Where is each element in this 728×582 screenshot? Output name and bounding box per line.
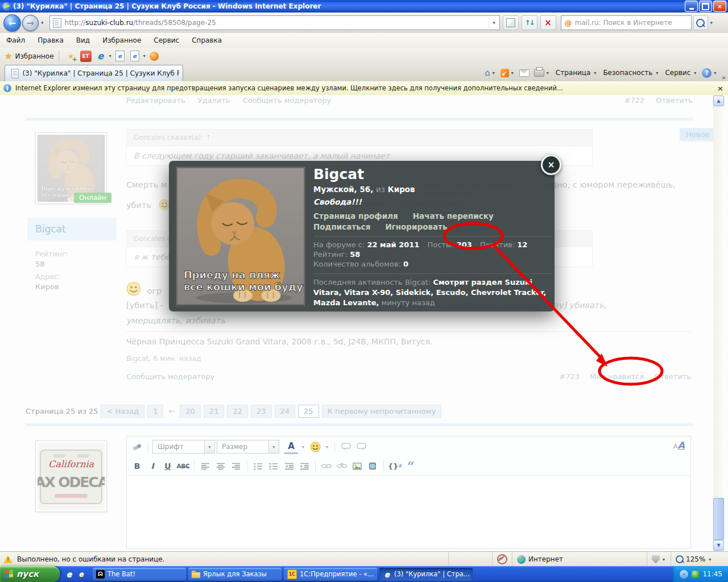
card-close-button[interactable]: × <box>541 155 561 175</box>
address-dropdown[interactable]: ▾ <box>489 17 499 28</box>
taskbar-item-folder[interactable]: Ярлык для Заказы <box>188 568 282 581</box>
username[interactable]: Bigcat <box>35 223 66 235</box>
tray-chevron-icon[interactable]: ‹ <box>680 570 688 579</box>
unquote-bubble-icon[interactable] <box>354 440 368 453</box>
taskbar-item-ie-active[interactable]: e (3) "Курилка" | Стра... <box>379 568 473 581</box>
help-button[interactable]: ?▾ <box>700 64 719 81</box>
page-button-20[interactable]: 20 <box>180 405 201 418</box>
taskbar-item-1c[interactable]: 1С 1С:Предприятие - «... <box>284 568 377 581</box>
forward-button[interactable]: → <box>22 15 39 31</box>
caret-icon[interactable]: ▾ <box>324 440 330 453</box>
page-button-21[interactable]: 21 <box>204 405 225 418</box>
insert-code-icon[interactable]: {}# <box>388 460 402 472</box>
outdent-icon[interactable] <box>282 460 296 472</box>
underline-icon[interactable]: U <box>161 460 175 472</box>
webslice2-icon[interactable]: e <box>130 51 139 61</box>
scroll-down-button[interactable]: ▼ <box>713 540 724 551</box>
home-button[interactable]: ⌂▾ <box>482 64 498 81</box>
feed-shortcut-icon[interactable] <box>150 52 159 61</box>
vertical-scrollbar[interactable]: ▲ ▼ <box>713 95 723 551</box>
safety-menu[interactable]: Безопасность▾ <box>599 64 661 81</box>
current-user-avatar[interactable] <box>35 440 107 512</box>
report-link[interactable]: Сообщить модератору <box>126 372 215 381</box>
webslice-icon[interactable]: e <box>115 51 125 61</box>
unlink-icon[interactable] <box>335 460 349 472</box>
quicklaunch-ie-icon[interactable]: e <box>64 569 74 579</box>
indent-icon[interactable] <box>297 460 311 472</box>
taskbar-item-thebat[interactable]: ᗣ The Bat! <box>93 568 186 581</box>
print-button[interactable]: ▾ <box>532 64 552 81</box>
page-button-25-current[interactable]: 25 <box>298 405 319 418</box>
quote-bubble-icon[interactable] <box>339 440 353 453</box>
member-photo[interactable] <box>176 167 305 307</box>
reply-link[interactable]: Ответить <box>656 96 693 105</box>
menu-view[interactable]: Вид <box>70 34 96 47</box>
align-center-icon[interactable] <box>214 460 228 472</box>
page-button-23[interactable]: 23 <box>251 405 272 418</box>
add-favorite-icon[interactable]: ★ <box>65 51 77 62</box>
italic-icon[interactable]: I <box>146 460 159 472</box>
edit-link[interactable]: Редактировать <box>126 96 185 105</box>
prev-page-button[interactable]: < Назад <box>101 405 144 418</box>
reply-link[interactable]: Ответить <box>654 372 691 381</box>
dropdown-caret-icon[interactable]: ▾ <box>109 53 111 59</box>
profile-page-link[interactable]: Страница профиля <box>313 211 398 221</box>
start-conversation-link[interactable]: Начать переписку <box>413 211 494 221</box>
scrollbar-thumb[interactable] <box>713 498 724 540</box>
menu-file[interactable]: Файл <box>0 34 31 47</box>
report-link[interactable]: Сообщить модератору <box>243 96 332 105</box>
protected-mode-pane[interactable]: ▾ <box>647 552 671 567</box>
feeds-button[interactable]: ▾ <box>498 64 517 81</box>
delete-link[interactable]: Удалить <box>198 96 230 105</box>
back-button[interactable]: ← <box>3 14 21 32</box>
menu-favorites[interactable]: Избранное <box>96 34 147 47</box>
tray-app-icon[interactable] <box>692 571 699 578</box>
ie-shortcut-icon[interactable]: e <box>95 51 106 62</box>
remove-format-icon[interactable] <box>130 440 144 453</box>
first-unread-button[interactable]: К первому непрочитанному <box>322 405 442 418</box>
favorites-button[interactable]: Избранное <box>15 52 53 60</box>
search-input[interactable]: @ mail.ru: Поиск в Интернете <box>561 15 692 30</box>
search-button[interactable] <box>693 15 708 30</box>
page-button-24[interactable]: 24 <box>275 405 296 418</box>
smilies-icon[interactable] <box>308 440 322 453</box>
close-button[interactable]: × <box>713 1 726 12</box>
tools-menu[interactable]: Сервис▾ <box>661 64 700 81</box>
reply-editor[interactable]: AA Шрифт▾ Размер▾ A ▾ ▾ B I U ABC <box>126 436 691 548</box>
compatibility-button[interactable] <box>503 15 519 30</box>
quote-header[interactable]: Goncales сказал(а): ↑ <box>127 130 592 146</box>
bullet-list-icon[interactable] <box>251 460 265 472</box>
suggested-sites-icon[interactable]: ET <box>80 51 92 62</box>
caret-icon[interactable]: ▾ <box>300 440 307 453</box>
address-bar[interactable]: http://suzuki-club.ru/threads/58508/page… <box>49 15 500 30</box>
page-menu[interactable]: Страница▾ <box>552 64 600 81</box>
insert-image-icon[interactable] <box>350 460 364 472</box>
history-dropdown[interactable]: ▾ <box>41 20 44 26</box>
quote-up-arrow-icon[interactable]: ↑ <box>205 134 211 142</box>
insert-link-icon[interactable] <box>320 460 333 472</box>
ignore-link[interactable]: Игнорировать <box>385 222 447 231</box>
more-commands-icon[interactable]: » <box>719 74 728 81</box>
username-strip[interactable]: Bigcat <box>27 218 117 240</box>
menu-edit[interactable]: Правка <box>31 34 70 47</box>
maximize-button[interactable] <box>699 1 712 12</box>
stop-button[interactable]: × <box>540 15 556 30</box>
minimize-button[interactable] <box>685 1 698 12</box>
insert-media-icon[interactable] <box>366 460 379 472</box>
quicklaunch-ie2-icon[interactable]: e <box>76 569 86 579</box>
page-button-22[interactable]: 22 <box>227 405 248 418</box>
strikethrough-icon[interactable]: ABC <box>176 460 190 472</box>
page-button-1[interactable]: 1 <box>147 405 163 418</box>
information-bar[interactable]: i Internet Explorer изменил эту страницу… <box>0 81 728 95</box>
search-options-dropdown[interactable]: ▾ <box>710 20 713 26</box>
menu-tools[interactable]: Сервис <box>147 34 185 47</box>
follow-link[interactable]: Подписаться <box>313 222 370 231</box>
bold-icon[interactable]: B <box>130 460 144 472</box>
numbered-list-icon[interactable] <box>267 460 280 472</box>
text-color-icon[interactable]: A <box>284 440 298 454</box>
zoom-control[interactable]: 125% ▾ <box>671 552 728 567</box>
scroll-up-button[interactable]: ▲ <box>713 95 724 106</box>
font-size-select[interactable]: Размер▾ <box>217 440 279 454</box>
refresh-button[interactable]: ↑↓ <box>522 15 537 30</box>
start-button[interactable]: пуск <box>0 566 60 582</box>
